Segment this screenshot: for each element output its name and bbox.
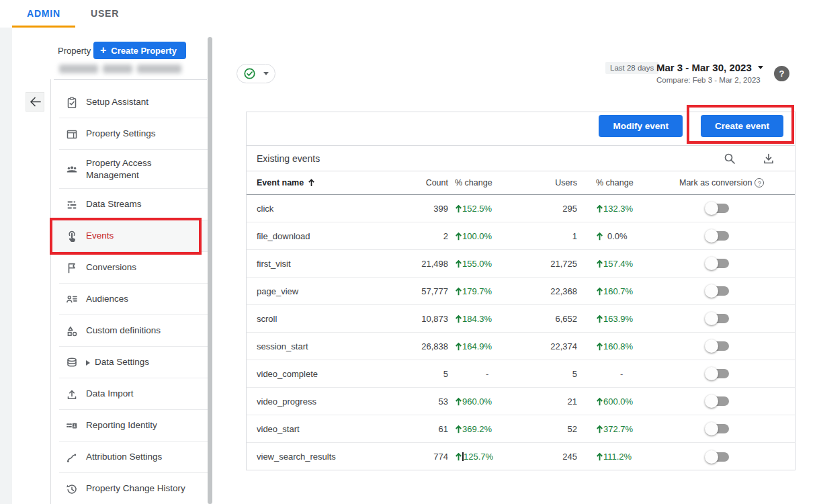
sidebar-item-label: Property Settings (86, 128, 156, 140)
count-cell: 5 (378, 369, 448, 379)
sidebar-item-events[interactable]: Events (50, 220, 208, 252)
sidebar-item-data-settings[interactable]: Data Settings (50, 347, 208, 378)
change-cell: 111.2% (577, 452, 677, 462)
sidebar-item-property-access-management[interactable]: Property Access Management (50, 150, 208, 189)
up-arrow-icon (455, 425, 462, 433)
download-icon[interactable] (761, 151, 776, 166)
tab-user[interactable]: USER (91, 8, 119, 19)
up-arrow-icon (596, 425, 603, 433)
conversion-cell (677, 202, 796, 215)
event-row-scroll: scroll10,873184.3%6,652163.9% (247, 305, 795, 333)
upload-icon (65, 388, 79, 401)
event-row-session_start: session_start26,838164.9%22,374160.8% (247, 333, 795, 360)
sidebar-item-attribution-settings[interactable]: Attribution Settings (50, 442, 208, 473)
sidebar-item-property-change-history[interactable]: Property Change History (50, 473, 208, 504)
date-range-selector[interactable]: Mar 3 - Mar 30, 2023 (656, 62, 763, 73)
redacted-text (103, 65, 132, 73)
status-check-dropdown[interactable] (236, 64, 275, 83)
mark-as-conversion-toggle[interactable] (705, 312, 730, 325)
up-arrow-icon (596, 287, 603, 296)
change-cell: 0.0% (577, 231, 677, 241)
change-cell: 160.8% (577, 341, 677, 351)
sidebar-item-label: Property Change History (86, 482, 185, 495)
sidebar-scrollbar[interactable] (208, 37, 212, 504)
count-cell: 21,498 (378, 259, 448, 269)
column-users-change[interactable]: % change (577, 178, 677, 187)
change-cell: 100.0% (448, 231, 502, 241)
change-cell: 372.7% (577, 424, 677, 434)
count-cell: 10,873 (378, 314, 448, 324)
sidebar-item-label: Attribution Settings (86, 451, 162, 463)
mark-as-conversion-toggle[interactable] (705, 450, 730, 464)
mark-as-conversion-toggle[interactable] (705, 257, 730, 270)
create-event-button[interactable]: Create event (701, 115, 783, 137)
conversion-cell (677, 422, 796, 435)
identity-icon (65, 419, 79, 433)
mark-as-conversion-toggle[interactable] (705, 229, 730, 243)
change-cell: 369.2% (448, 424, 502, 434)
users-cell: 5 (502, 369, 577, 379)
count-cell: 2 (378, 231, 448, 241)
conversion-cell (677, 284, 796, 298)
users-cell: 22,374 (502, 341, 577, 351)
sidebar-item-property-settings[interactable]: Property Settings (50, 118, 208, 150)
left-gutter (0, 28, 12, 504)
sidebar-item-data-import[interactable]: Data Import (50, 378, 208, 410)
help-circle-icon[interactable]: ? (755, 178, 764, 187)
modify-event-button[interactable]: Modify event (599, 115, 683, 137)
mark-as-conversion-toggle[interactable] (705, 284, 730, 298)
column-count-change[interactable]: % change (448, 178, 502, 187)
up-arrow-icon (455, 452, 462, 461)
count-cell: 399 (378, 204, 448, 214)
column-count[interactable]: Count (378, 178, 448, 187)
event-name-cell: video_progress (247, 396, 378, 407)
sidebar-item-audiences[interactable]: Audiences (50, 284, 208, 315)
data-streams-icon (65, 198, 79, 212)
sidebar-item-label: Data Settings (95, 356, 149, 368)
mark-as-conversion-toggle[interactable] (705, 394, 730, 408)
conversion-cell (677, 312, 796, 325)
event-row-page_view: page_view57,777179.7%22,368160.7% (247, 278, 795, 305)
up-arrow-icon (596, 452, 603, 461)
back-arrow-button[interactable] (26, 92, 44, 112)
check-circle-icon (243, 67, 256, 80)
flag-icon (65, 261, 79, 275)
table-title-row: Existing events (247, 146, 795, 171)
audience-icon (65, 293, 79, 306)
mark-as-conversion-toggle[interactable] (705, 339, 730, 353)
conversion-cell (677, 367, 796, 380)
sidebar-item-setup-assistant[interactable]: Setup Assistant (50, 87, 208, 118)
column-users[interactable]: Users (502, 178, 577, 187)
change-cell: 179.7% (448, 286, 502, 296)
database-icon (65, 356, 79, 370)
sidebar-item-label: Events (86, 230, 114, 242)
event-row-video_start: video_start61369.2%52372.7% (247, 415, 795, 443)
sidebar-item-custom-definitions[interactable]: Custom definitions (50, 315, 208, 347)
sidebar-item-label: Data Streams (86, 198, 142, 210)
redacted-text (59, 65, 98, 73)
change-cell: 163.9% (577, 314, 677, 324)
help-icon[interactable]: ? (774, 66, 789, 81)
sidebar-item-conversions[interactable]: Conversions (50, 252, 208, 284)
sidebar-item-reporting-identity[interactable]: Reporting Identity (50, 410, 208, 442)
search-icon[interactable] (722, 151, 737, 166)
property-name-redacted[interactable] (59, 65, 181, 73)
tab-admin[interactable]: ADMIN (27, 8, 60, 19)
up-arrow-icon (455, 204, 462, 213)
mark-as-conversion-toggle[interactable] (705, 202, 730, 215)
event-name-cell: scroll (247, 314, 378, 324)
change-cell: 157.4% (577, 259, 677, 269)
create-property-button[interactable]: + Create Property (93, 42, 186, 59)
conversion-cell (677, 394, 796, 408)
count-cell: 26,838 (378, 341, 448, 351)
sidebar-item-data-streams[interactable]: Data Streams (50, 189, 208, 220)
change-cell: 184.3% (448, 314, 502, 324)
sidebar-item-label: Data Import (86, 388, 134, 400)
column-event-name[interactable]: Event name (247, 178, 378, 187)
up-arrow-icon (455, 259, 462, 268)
mark-as-conversion-toggle[interactable] (705, 367, 730, 380)
up-arrow-icon (455, 314, 462, 323)
attribution-icon (65, 451, 79, 464)
users-cell: 245 (502, 452, 577, 462)
mark-as-conversion-toggle[interactable] (705, 422, 730, 435)
